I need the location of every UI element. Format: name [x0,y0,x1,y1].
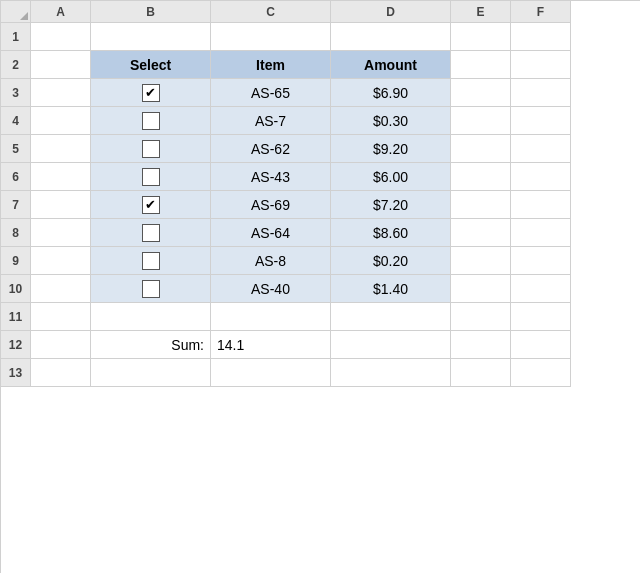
row-header-13: 13 [1,359,31,387]
cell-f8 [511,219,571,247]
cell-amount-9: $0.20 [331,247,451,275]
cell-a6 [31,163,91,191]
row-header-2: 2 [1,51,31,79]
checkbox-9[interactable] [142,252,160,270]
cell-d13 [331,359,451,387]
col-amount-header: Amount [331,51,451,79]
row-header-12: 12 [1,331,31,359]
cell-e6 [451,163,511,191]
row-header-7: 7 [1,191,31,219]
cell-amount-6: $6.00 [331,163,451,191]
cell-amount-3: $6.90 [331,79,451,107]
cell-amount-8: $8.60 [331,219,451,247]
cell-d11 [331,303,451,331]
cell-f1 [511,23,571,51]
cell-a12 [31,331,91,359]
cell-e8 [451,219,511,247]
cell-b1 [91,23,211,51]
cell-a3 [31,79,91,107]
checkmark-3: ✔ [145,86,156,99]
cell-e11 [451,303,511,331]
cell-f7 [511,191,571,219]
cell-d12 [331,331,451,359]
checkbox-5[interactable] [142,140,160,158]
row-header-4: 4 [1,107,31,135]
row-header-3: 3 [1,79,31,107]
cell-item-5: AS-62 [211,135,331,163]
col-header-c: C [211,1,331,23]
cell-e12 [451,331,511,359]
col-header-e: E [451,1,511,23]
cell-select-7[interactable]: ✔ [91,191,211,219]
cell-e4 [451,107,511,135]
row-header-1: 1 [1,23,31,51]
cell-item-10: AS-40 [211,275,331,303]
cell-f5 [511,135,571,163]
cell-item-9: AS-8 [211,247,331,275]
cell-select-3[interactable]: ✔ [91,79,211,107]
cell-select-9[interactable] [91,247,211,275]
cell-a11 [31,303,91,331]
row-header-5: 5 [1,135,31,163]
cell-a5 [31,135,91,163]
cell-item-6: AS-43 [211,163,331,191]
row-header-11: 11 [1,303,31,331]
cell-item-4: AS-7 [211,107,331,135]
cell-e10 [451,275,511,303]
cell-f4 [511,107,571,135]
cell-a2 [31,51,91,79]
checkbox-10[interactable] [142,280,160,298]
col-header-a: A [31,1,91,23]
sum-label: Sum: [91,331,211,359]
cell-select-8[interactable] [91,219,211,247]
checkbox-3[interactable]: ✔ [142,84,160,102]
cell-a1 [31,23,91,51]
cell-a10 [31,275,91,303]
cell-amount-7: $7.20 [331,191,451,219]
cell-a13 [31,359,91,387]
cell-amount-5: $9.20 [331,135,451,163]
cell-item-3: AS-65 [211,79,331,107]
cell-b13 [91,359,211,387]
cell-select-4[interactable] [91,107,211,135]
checkmark-7: ✔ [145,198,156,211]
cell-f3 [511,79,571,107]
row-header-6: 6 [1,163,31,191]
checkbox-6[interactable] [142,168,160,186]
col-header-d: D [331,1,451,23]
cell-b11 [91,303,211,331]
cell-select-6[interactable] [91,163,211,191]
cell-f9 [511,247,571,275]
cell-d1 [331,23,451,51]
cell-item-7: AS-69 [211,191,331,219]
col-header-b: B [91,1,211,23]
corner-cell [1,1,31,23]
cell-select-10[interactable] [91,275,211,303]
checkbox-7[interactable]: ✔ [142,196,160,214]
cell-f11 [511,303,571,331]
cell-amount-4: $0.30 [331,107,451,135]
cell-a8 [31,219,91,247]
cell-select-5[interactable] [91,135,211,163]
row-header-9: 9 [1,247,31,275]
col-item-header: Item [211,51,331,79]
row-header-8: 8 [1,219,31,247]
col-select-header: Select [91,51,211,79]
checkbox-4[interactable] [142,112,160,130]
cell-f12 [511,331,571,359]
cell-item-8: AS-64 [211,219,331,247]
cell-e5 [451,135,511,163]
checkbox-8[interactable] [142,224,160,242]
cell-f13 [511,359,571,387]
cell-amount-10: $1.40 [331,275,451,303]
cell-a9 [31,247,91,275]
cell-a7 [31,191,91,219]
cell-e7 [451,191,511,219]
cell-f10 [511,275,571,303]
cell-f2 [511,51,571,79]
cell-c13 [211,359,331,387]
cell-e3 [451,79,511,107]
cell-e13 [451,359,511,387]
cell-f6 [511,163,571,191]
cell-e2 [451,51,511,79]
